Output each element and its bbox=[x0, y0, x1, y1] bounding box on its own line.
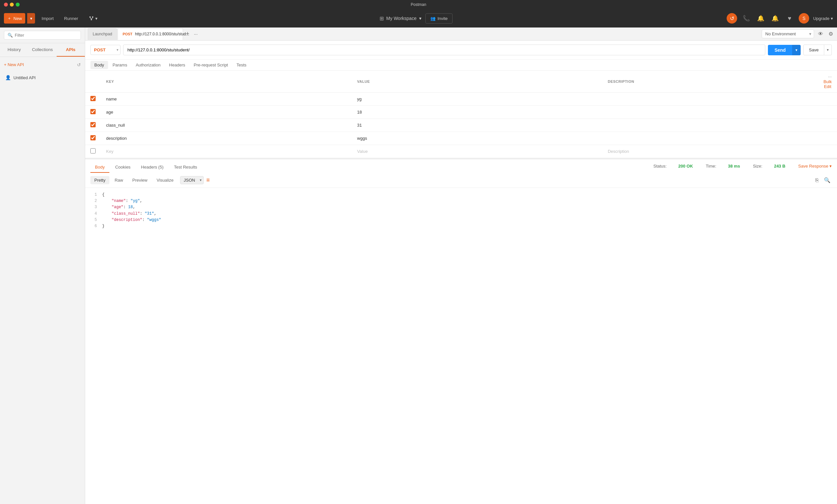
new-api-button[interactable]: + New API bbox=[4, 61, 24, 69]
table-more-button[interactable]: ··· bbox=[828, 74, 832, 79]
settings-icon[interactable]: ⚙ bbox=[827, 30, 834, 38]
resp-tab-headers[interactable]: Headers (5) bbox=[137, 162, 168, 173]
send-button[interactable]: Send bbox=[768, 45, 792, 55]
sidebar-tab-collections[interactable]: Collections bbox=[28, 43, 56, 57]
add-tab-button[interactable]: + bbox=[184, 31, 191, 37]
eye-icon[interactable]: 👁 bbox=[817, 30, 824, 38]
row3-key: class_null bbox=[101, 119, 352, 132]
line-number: 1 bbox=[90, 192, 97, 198]
api-item-label: Untitled API bbox=[14, 75, 36, 80]
format-type-select[interactable]: JSON XML HTML Text bbox=[180, 176, 204, 184]
url-input[interactable] bbox=[123, 44, 765, 55]
save-button[interactable]: Save bbox=[803, 44, 824, 55]
code-content: "description": "wggs" bbox=[102, 217, 161, 223]
sidebar-tab-history[interactable]: History bbox=[0, 43, 28, 57]
params-area: Body Params Authorization Headers Pre-re… bbox=[85, 60, 837, 158]
invite-button[interactable]: 👥 Invite bbox=[425, 14, 452, 23]
bell-alert-icon[interactable]: 🔔 bbox=[755, 13, 766, 23]
method-select[interactable]: POST GET PUT DELETE PATCH bbox=[90, 45, 121, 55]
maximize-button[interactable] bbox=[16, 3, 20, 6]
code-content: { bbox=[102, 192, 105, 198]
request-area: POST GET PUT DELETE PATCH ▾ Send ▾ Save … bbox=[85, 41, 837, 60]
tab-launchpad[interactable]: Launchpad bbox=[88, 28, 117, 40]
phone-icon[interactable]: 📞 bbox=[741, 13, 751, 23]
save-response-button[interactable]: Save Response ▾ bbox=[798, 164, 832, 169]
workspace-label: My Workspace bbox=[387, 16, 416, 21]
environment-select-wrap: No Environment ▾ bbox=[762, 30, 814, 38]
new-dropdown-button[interactable]: ▾ bbox=[27, 13, 35, 23]
toolbar-right: ↺ 📞 🔔 🔔 ♥ S Upgrade ▾ bbox=[727, 13, 833, 23]
search-response-button[interactable]: 🔍 bbox=[823, 176, 832, 185]
tab-auth[interactable]: Authorization bbox=[132, 61, 164, 69]
sync-icon[interactable]: ↺ bbox=[727, 13, 737, 23]
col-header-check bbox=[85, 71, 101, 93]
tab-params[interactable]: Params bbox=[109, 61, 131, 69]
sidebar-tab-apis[interactable]: APIs bbox=[57, 43, 85, 57]
environment-select[interactable]: No Environment bbox=[762, 30, 814, 38]
col-header-value: VALUE bbox=[352, 71, 603, 93]
table-row-empty: Key Value Description bbox=[85, 145, 837, 158]
sidebar-content: + New API ↺ 👤 Untitled API bbox=[0, 57, 85, 87]
heart-icon[interactable]: ♥ bbox=[784, 13, 795, 23]
import-button[interactable]: Import bbox=[38, 13, 58, 23]
tab-headers[interactable]: Headers bbox=[165, 61, 189, 69]
row5-key-placeholder: Key bbox=[101, 145, 352, 158]
response-code-view: 1 { 2 "name": "yg", 3 "age": 18, 4 "clas… bbox=[85, 188, 837, 234]
more-tabs-button[interactable]: ··· bbox=[192, 32, 200, 37]
tabs-right: No Environment ▾ 👁 ⚙ bbox=[762, 30, 834, 38]
send-dropdown-button[interactable]: ▾ bbox=[792, 45, 801, 55]
send-button-wrap: Send ▾ bbox=[768, 45, 801, 55]
fork-button[interactable]: ▾ bbox=[85, 13, 102, 23]
filter-input[interactable] bbox=[15, 33, 77, 38]
row1-checkbox[interactable] bbox=[90, 96, 95, 101]
code-line-4: 4 "class_null": "31", bbox=[90, 211, 832, 217]
params-table: KEY VALUE DESCRIPTION ··· Bulk Edit name… bbox=[85, 71, 837, 158]
tab-post-request[interactable]: POST http://127.0.0.1:8000/stu/stud... bbox=[118, 28, 183, 40]
format-visualize-button[interactable]: Visualize bbox=[153, 176, 177, 184]
search-input-wrap: 🔍 bbox=[4, 31, 81, 40]
row2-checkbox[interactable] bbox=[90, 109, 95, 114]
tab-body[interactable]: Body bbox=[90, 61, 108, 69]
save-dropdown-button[interactable]: ▾ bbox=[824, 44, 832, 55]
svg-line-3 bbox=[90, 18, 91, 19]
invite-label: Invite bbox=[438, 16, 448, 21]
code-line-1: 1 { bbox=[90, 192, 832, 198]
bulk-edit-button[interactable]: Bulk Edit bbox=[823, 79, 832, 89]
new-button[interactable]: ＋ New bbox=[4, 13, 25, 23]
tab-pre-request[interactable]: Pre-request Script bbox=[190, 61, 232, 69]
row5-checkbox[interactable] bbox=[90, 148, 95, 153]
upgrade-button[interactable]: Upgrade ▾ bbox=[813, 16, 833, 21]
refresh-button[interactable]: ↺ bbox=[77, 62, 81, 68]
avatar[interactable]: S bbox=[799, 13, 809, 23]
format-raw-button[interactable]: Raw bbox=[111, 176, 127, 184]
runner-button[interactable]: Runner bbox=[60, 13, 82, 23]
workspace-button[interactable]: ⊞ My Workspace ▾ bbox=[376, 14, 425, 23]
plus-icon: ＋ bbox=[7, 15, 12, 21]
row4-checkbox[interactable] bbox=[90, 135, 95, 141]
resp-tab-cookies[interactable]: Cookies bbox=[111, 162, 135, 173]
word-wrap-button[interactable]: ≡ bbox=[205, 175, 211, 185]
content-area: Launchpad POST http://127.0.0.1:8000/stu… bbox=[85, 27, 837, 504]
minimize-button[interactable] bbox=[10, 3, 14, 6]
toolbar: ＋ New ▾ Import Runner ▾ ⊞ My Workspace ▾… bbox=[0, 9, 837, 27]
response-format-bar: Pretty Raw Preview Visualize JSON XML HT… bbox=[85, 173, 837, 188]
format-pretty-button[interactable]: Pretty bbox=[90, 176, 109, 184]
format-preview-button[interactable]: Preview bbox=[128, 176, 151, 184]
list-item[interactable]: 👤 Untitled API bbox=[4, 72, 81, 83]
table-row: name yg bbox=[85, 93, 837, 106]
code-line-2: 2 "name": "yg", bbox=[90, 198, 832, 204]
table-actions-header: ··· Bulk Edit bbox=[818, 71, 837, 93]
status-value: 200 OK bbox=[678, 164, 693, 169]
resp-tab-body[interactable]: Body bbox=[90, 162, 109, 173]
window-title: Postman bbox=[411, 2, 426, 7]
sidebar: 🔍 History Collections APIs + New API ↺ 👤… bbox=[0, 27, 85, 504]
close-button[interactable] bbox=[4, 3, 8, 6]
notification-icon[interactable]: 🔔 bbox=[770, 13, 780, 23]
code-line-6: 6 } bbox=[90, 223, 832, 229]
line-number: 2 bbox=[90, 198, 97, 204]
tab-tests[interactable]: Tests bbox=[232, 61, 250, 69]
row3-checkbox[interactable] bbox=[90, 122, 95, 127]
resp-tab-test-results[interactable]: Test Results bbox=[169, 162, 202, 173]
copy-button[interactable]: ⎘ bbox=[814, 176, 820, 185]
code-content: "class_null": "31", bbox=[102, 211, 157, 217]
